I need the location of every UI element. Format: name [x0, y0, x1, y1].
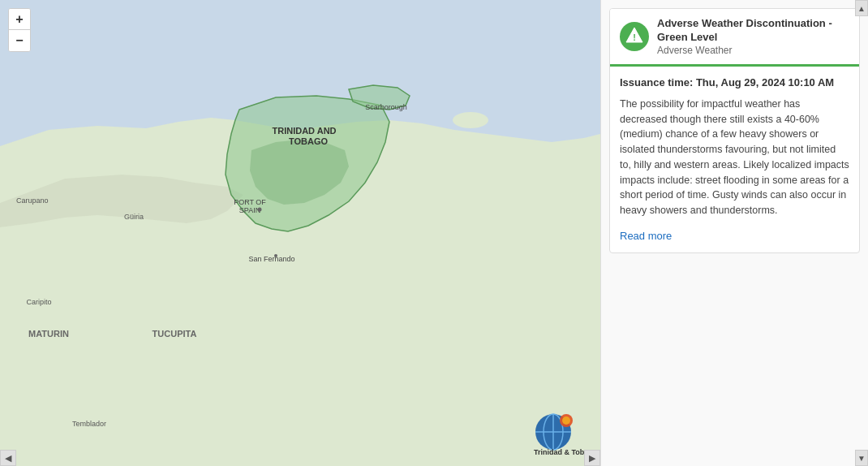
alert-issuance: Issuance time: Thu, Aug 29, 2024 10:10 A… — [620, 76, 849, 88]
alert-title: Adverse Weather Discontinuation - Green … — [657, 17, 849, 45]
svg-text:SPAIN: SPAIN — [239, 206, 260, 214]
alert-body-text: The possibility for impactful weather ha… — [620, 97, 849, 218]
alert-body: Issuance time: Thu, Aug 29, 2024 10:10 A… — [610, 67, 859, 252]
svg-point-14 — [274, 254, 277, 257]
panel-scroll-down[interactable]: ▼ — [855, 450, 868, 466]
warning-icon: ! — [625, 25, 644, 48]
svg-text:TUCUPITA: TUCUPITA — [153, 329, 197, 339]
svg-text:Scarborough: Scarborough — [365, 103, 407, 111]
svg-text:TOBAGO: TOBAGO — [289, 136, 329, 146]
map-svg: TRINIDAD AND TOBAGO PORT OF SPAIN Scarbo… — [0, 0, 600, 466]
map-nav-left[interactable]: ◀ — [0, 450, 16, 466]
svg-text:San Fernando: San Fernando — [248, 255, 294, 263]
svg-text:TRINIDAD AND: TRINIDAD AND — [272, 126, 336, 136]
svg-text:MATURIN: MATURIN — [28, 329, 69, 339]
svg-text:Caripito: Caripito — [26, 298, 51, 306]
zoom-out-button[interactable]: − — [9, 30, 30, 51]
svg-point-3 — [453, 112, 488, 128]
alert-title-block: Adverse Weather Discontinuation - Green … — [657, 17, 849, 56]
alert-card: ! Adverse Weather Discontinuation - Gree… — [609, 8, 860, 253]
alert-subtitle: Adverse Weather — [657, 45, 849, 56]
zoom-in-button[interactable]: + — [9, 9, 30, 30]
svg-point-11 — [258, 208, 262, 212]
alert-icon-wrap: ! — [620, 22, 649, 51]
svg-text:Temblador: Temblador — [72, 420, 106, 428]
svg-text:Carupano: Carupano — [16, 196, 49, 205]
map-controls: + − — [8, 8, 31, 52]
svg-text:!: ! — [633, 32, 636, 42]
right-panel: ▲ ! Adverse Weather Discontinuation - Gr… — [600, 0, 868, 466]
alert-header: ! Adverse Weather Discontinuation - Gree… — [610, 9, 859, 67]
read-more-link[interactable]: Read more — [620, 230, 672, 242]
svg-text:Güiria: Güiria — [124, 213, 144, 221]
panel-scroll-up[interactable]: ▲ — [855, 0, 868, 16]
map-container[interactable]: TRINIDAD AND TOBAGO PORT OF SPAIN Scarbo… — [0, 0, 600, 466]
svg-point-26 — [562, 416, 570, 425]
map-nav-right[interactable]: ▶ — [584, 450, 600, 466]
svg-text:PORT OF: PORT OF — [234, 198, 266, 206]
